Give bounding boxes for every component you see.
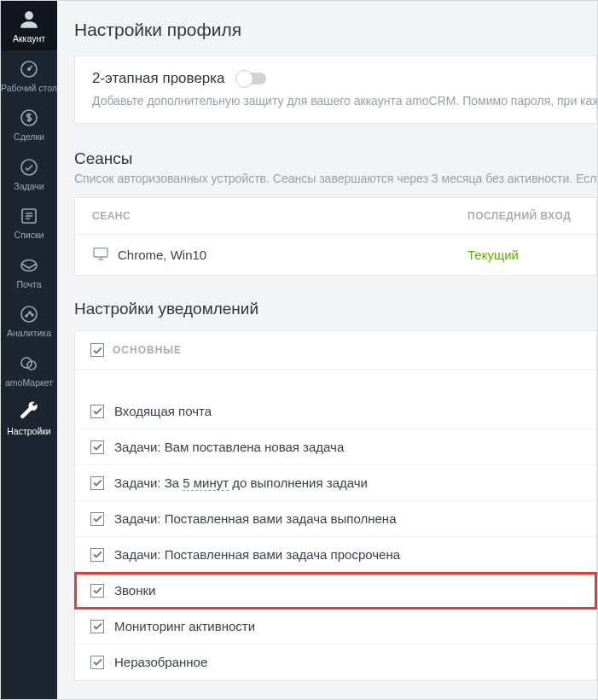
notification-label: Задачи: Вам поставлена новая задача — [114, 440, 344, 454]
time-selector[interactable]: 5 минут — [183, 475, 229, 491]
notification-row: Задачи: Поставленная вами задача просроч… — [75, 537, 596, 573]
sidebar-item-market[interactable]: amoМаркет — [1, 345, 57, 394]
sidebar-item-label: Настройки — [7, 427, 51, 437]
sidebar-item-account[interactable]: Аккаунт — [1, 1, 57, 50]
notifications-card: ОСНОВНЫЕ Входящая почтаЗадачи: Вам поста… — [74, 330, 597, 681]
sidebar-item-settings[interactable]: Настройки — [1, 394, 57, 443]
col-header-session: СЕАНС — [92, 210, 467, 222]
sessions-header: Сеансы Список авторизованных устройств. … — [74, 149, 597, 185]
sidebar-item-label: Рабочий стол — [1, 84, 57, 94]
sidebar-item-label: Аккаунт — [13, 34, 45, 44]
notification-label: Задачи: Поставленная вами задача выполне… — [114, 511, 396, 526]
notification-checkbox[interactable] — [90, 656, 104, 669]
svg-point-1 — [28, 67, 30, 69]
analytics-icon — [17, 302, 41, 326]
notifications-title: Настройки уведомлений — [74, 300, 597, 318]
sidebar-item-label: Списки — [15, 230, 44, 241]
notification-row: Задачи: Вам поставлена новая задача — [75, 429, 596, 465]
sessions-subtitle: Список авторизованных устройств. Сеансы … — [74, 172, 597, 185]
group-checkbox[interactable] — [90, 343, 104, 357]
session-row: Chrome, Win10 Текущий — [75, 235, 596, 275]
wrench-icon — [17, 400, 41, 424]
list-icon — [17, 204, 41, 228]
sessions-table-head: СЕАНС ПОСЛЕДНИЙ ВХОД — [75, 198, 596, 235]
sidebar-item-label: amoМаркет — [5, 378, 53, 388]
sidebar-item-label: Почта — [16, 280, 41, 290]
sidebar-item-label: Задачи — [14, 182, 44, 192]
group-label: ОСНОВНЫЕ — [113, 344, 182, 356]
sessions-title: Сеансы — [74, 149, 597, 168]
sessions-table: СЕАНС ПОСЛЕДНИЙ ВХОД Chrome, Win10 Текущ… — [74, 197, 597, 276]
notif-group-main: ОСНОВНЫЕ — [75, 331, 596, 370]
notification-checkbox[interactable] — [90, 440, 104, 454]
notification-label: Задачи: За 5 минут до выполнения задачи — [114, 475, 368, 490]
notification-label: Звонки — [114, 583, 155, 598]
notification-row: Задачи: Поставленная вами задача выполне… — [75, 501, 596, 537]
notification-checkbox[interactable] — [90, 548, 104, 562]
notification-label: Неразобранное — [114, 655, 207, 669]
sidebar-item-dashboard[interactable]: Рабочий стол — [1, 50, 57, 100]
sidebar: Аккаунт Рабочий стол Сделки Задачи Списк… — [1, 1, 57, 699]
two-factor-card: 2-этапная проверка Добавьте дополнительн… — [74, 55, 597, 124]
svg-rect-12 — [94, 248, 107, 257]
sidebar-item-label: Аналитика — [7, 329, 51, 339]
notification-checkbox[interactable] — [90, 512, 104, 526]
two-factor-description: Добавьте дополнительную защиту для вашег… — [92, 94, 579, 108]
sidebar-item-mail[interactable]: Почта — [1, 247, 57, 296]
sidebar-item-lists[interactable]: Списки — [1, 197, 57, 247]
user-silhouette-icon — [17, 8, 41, 32]
svg-point-3 — [21, 160, 37, 175]
notification-checkbox[interactable] — [90, 620, 104, 633]
page-title: Настройки профиля — [74, 20, 597, 40]
two-factor-toggle[interactable] — [237, 73, 266, 85]
monitor-icon — [92, 247, 109, 263]
notification-row: Звонки — [75, 573, 596, 609]
notification-row: Входящая почта — [75, 394, 596, 429]
notification-row: Мониторинг активности — [75, 609, 596, 645]
mail-icon — [17, 254, 41, 277]
notification-row: Неразобранное — [75, 645, 596, 680]
market-icon — [17, 352, 41, 376]
sidebar-item-label: Сделки — [14, 132, 44, 143]
notification-checkbox[interactable] — [90, 584, 104, 598]
notification-label: Мониторинг активности — [114, 619, 255, 633]
sidebar-item-tasks[interactable]: Задачи — [1, 149, 57, 198]
gauge-icon — [17, 57, 41, 81]
two-factor-label: 2-этапная проверка — [92, 70, 225, 87]
notification-label: Входящая почта — [114, 404, 212, 418]
notification-row: Задачи: За 5 минут до выполнения задачи — [75, 465, 596, 501]
notification-checkbox[interactable] — [90, 405, 104, 418]
sidebar-item-analytics[interactable]: Аналитика — [1, 295, 57, 345]
main-content: Настройки профиля 2-этапная проверка Доб… — [57, 1, 597, 699]
dollar-icon — [17, 106, 41, 130]
svg-point-10 — [21, 358, 32, 368]
notification-label: Задачи: Поставленная вами задача просроч… — [114, 547, 400, 562]
notification-checkbox[interactable] — [90, 476, 104, 490]
col-header-last-login: ПОСЛЕДНИЙ ВХОД — [467, 210, 579, 222]
check-circle-icon — [17, 155, 41, 179]
session-device: Chrome, Win10 — [118, 248, 206, 262]
session-last-login: Текущий — [467, 248, 579, 262]
sidebar-item-deals[interactable]: Сделки — [1, 99, 57, 149]
